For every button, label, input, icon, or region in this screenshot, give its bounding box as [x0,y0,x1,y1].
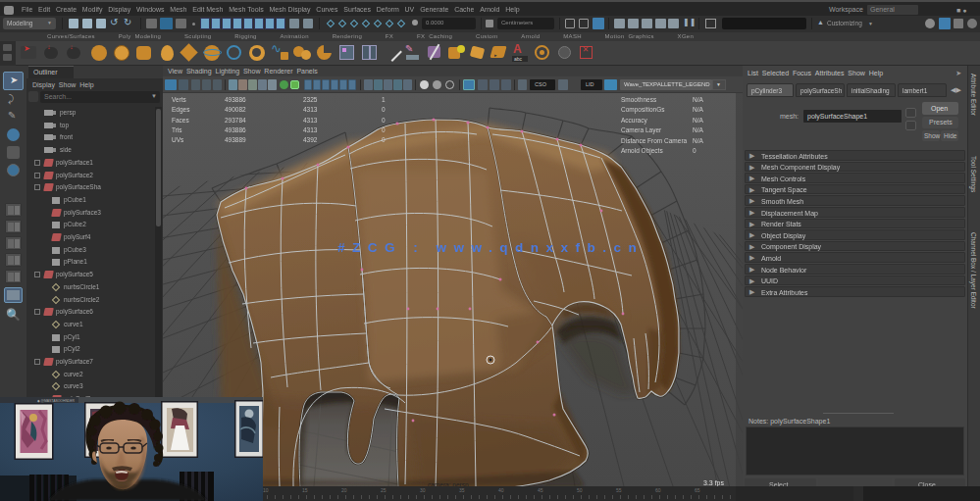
svg-text:◆ @MASTASOOHNDER: ◆ @MASTASOOHNDER [37,399,76,403]
